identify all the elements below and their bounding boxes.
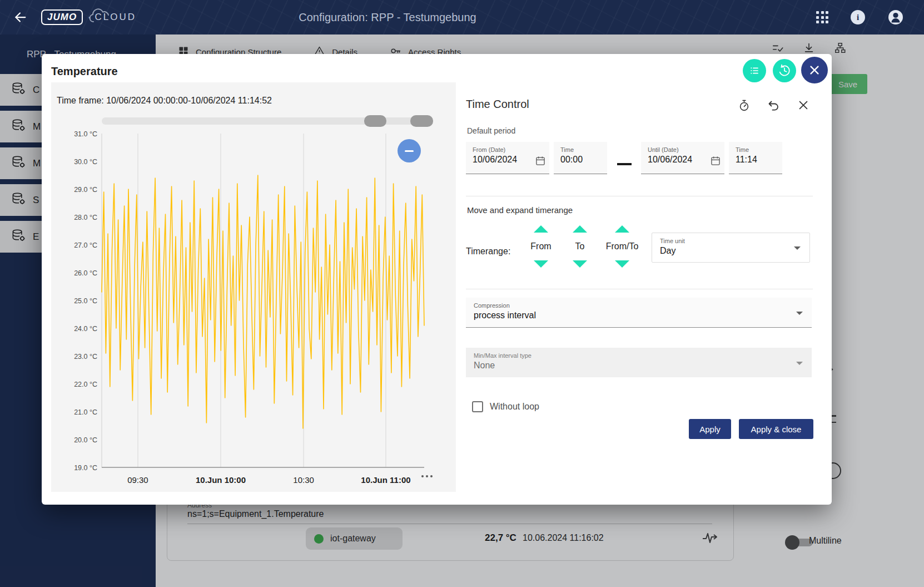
minmax-interval-select[interactable]: Min/Max interval type None (466, 348, 812, 377)
arrow-up-icon[interactable] (534, 225, 548, 233)
svg-text:22.0 °C: 22.0 °C (74, 381, 97, 388)
from-date-value: 10/06/2024 (473, 155, 521, 165)
timerange-label: Timerange: (466, 246, 510, 256)
more-options-button[interactable] (418, 472, 436, 481)
database-gear-icon (11, 155, 26, 172)
address-field-value: ns=1;s=Equipment_1.Temperature (187, 509, 324, 519)
svg-text:25.0 °C: 25.0 °C (74, 297, 97, 305)
address-field-underline (187, 524, 712, 524)
compression-value: process interval (474, 310, 536, 320)
compression-label: Compression (474, 302, 804, 309)
time-unit-value: Day (660, 246, 675, 255)
hierarchy-icon[interactable] (834, 42, 846, 56)
timerange-group-to: To (563, 225, 597, 268)
dialog-title: Temperature (51, 65, 118, 78)
timerange-option-label: From/To (606, 241, 639, 251)
svg-text:21.0 °C: 21.0 °C (74, 408, 97, 416)
svg-text:29.0 °C: 29.0 °C (74, 186, 97, 194)
chevron-down-icon (796, 312, 803, 315)
app-header: JUMO · CLOUD Configuration: RPP - Testum… (0, 0, 924, 34)
from-time-label: Time (560, 146, 602, 153)
trend-icon[interactable] (702, 530, 718, 549)
status-dot-icon (314, 534, 324, 544)
cloud-logo: CLOUD (95, 12, 136, 23)
list-icon (748, 64, 761, 77)
temperature-dialog: Temperature Time frame: 10/06/2024 00:00… (42, 54, 832, 505)
undo-icon[interactable] (767, 98, 781, 112)
arrow-left-icon (11, 9, 28, 26)
range-handle-left[interactable] (364, 115, 386, 127)
svg-text:09:30: 09:30 (127, 475, 148, 485)
timerange-group-from: From (521, 225, 561, 268)
without-loop-checkbox[interactable] (472, 401, 483, 412)
temperature-chart: 09:3010.Jun 10:0010:3010.Jun 11:0031.0 °… (57, 128, 435, 490)
arrow-down-icon[interactable] (573, 260, 587, 268)
arrow-down-icon[interactable] (615, 260, 629, 268)
minus-icon (405, 150, 414, 152)
channel-list-button[interactable] (743, 59, 766, 82)
calendar-icon[interactable] (535, 155, 546, 169)
back-button[interactable] (10, 8, 29, 27)
range-dash (617, 163, 632, 165)
svg-text:19.0 °C: 19.0 °C (74, 464, 97, 472)
timerange-option-label: To (575, 241, 585, 251)
svg-text:23.0 °C: 23.0 °C (74, 353, 97, 361)
minmax-interval-label: Min/Max interval type (474, 352, 804, 359)
default-period-label: Default period (467, 126, 515, 135)
svg-text:28.0 °C: 28.0 °C (74, 214, 97, 221)
stopwatch-icon[interactable] (738, 99, 751, 112)
compression-select[interactable]: Compression process interval (466, 298, 812, 328)
until-date-field[interactable]: Until (Date) 10/06/2024 (641, 142, 724, 174)
history-clock-icon (777, 63, 792, 78)
time-control-button[interactable] (773, 59, 796, 82)
database-gear-icon (11, 81, 26, 98)
info-icon[interactable]: i (851, 10, 865, 24)
sidebar-item-label: C (33, 85, 39, 96)
current-timestamp: 10.06.2024 11:16:02 (523, 533, 604, 543)
minmax-interval-value: None (474, 361, 495, 370)
arrow-down-icon[interactable] (534, 260, 548, 268)
svg-text:20.0 °C: 20.0 °C (74, 436, 97, 444)
account-icon[interactable] (887, 9, 904, 26)
range-handle-right[interactable] (410, 115, 433, 127)
cloud-outline-icon (88, 7, 110, 26)
until-time-field[interactable]: Time 11:14 (729, 142, 782, 174)
zoom-out-button[interactable] (398, 139, 421, 162)
sidebar-item-label: M (33, 121, 41, 132)
close-panel-icon[interactable] (797, 99, 809, 111)
calendar-icon[interactable] (710, 155, 721, 169)
until-time-label: Time (736, 146, 777, 153)
apply-close-button[interactable]: Apply & close (739, 419, 813, 439)
chart-panel: Time frame: 10/06/2024 00:00:00-10/06/20… (51, 82, 456, 492)
from-date-field[interactable]: From (Date) 10/06/2024 (466, 142, 549, 174)
svg-text:24.0 °C: 24.0 °C (74, 325, 97, 333)
time-unit-select[interactable]: Time unit Day (652, 233, 810, 263)
timerange-option-label: From (530, 241, 551, 251)
gateway-chip[interactable]: iot-gateway (306, 527, 403, 550)
arrow-up-icon[interactable] (615, 225, 629, 233)
jumo-cloud-logo: JUMO · CLOUD (41, 9, 136, 25)
apps-grid-icon[interactable] (816, 11, 828, 23)
multiline-toggle[interactable] (785, 535, 799, 550)
svg-text:10.Jun 10:00: 10.Jun 10:00 (196, 475, 246, 485)
divider (466, 196, 813, 196)
apply-button[interactable]: Apply (689, 419, 731, 439)
from-time-field[interactable]: Time 00:00 (554, 142, 607, 174)
save-button[interactable]: Save (828, 74, 867, 94)
arrow-up-icon[interactable] (573, 225, 587, 233)
current-temperature-value: 22,7 °C (485, 532, 516, 544)
from-time-value: 00:00 (560, 155, 583, 165)
time-range-scrollbar[interactable] (102, 117, 433, 125)
svg-text:31.0 °C: 31.0 °C (74, 130, 97, 138)
screen: JUMO · CLOUD Configuration: RPP - Testum… (0, 0, 924, 587)
svg-text:10.Jun 11:00: 10.Jun 11:00 (361, 475, 410, 485)
timerange-group-from-to: From/To (595, 225, 649, 268)
until-date-value: 10/06/2024 (648, 155, 697, 165)
sidebar-item-label: S (33, 195, 39, 206)
until-date-label: Until (Date) (648, 146, 719, 153)
jumo-logo-text: JUMO (41, 9, 83, 25)
divider (466, 289, 813, 289)
close-dialog-button[interactable] (801, 57, 828, 83)
svg-text:30.0 °C: 30.0 °C (74, 158, 97, 166)
svg-text:10:30: 10:30 (293, 475, 314, 485)
